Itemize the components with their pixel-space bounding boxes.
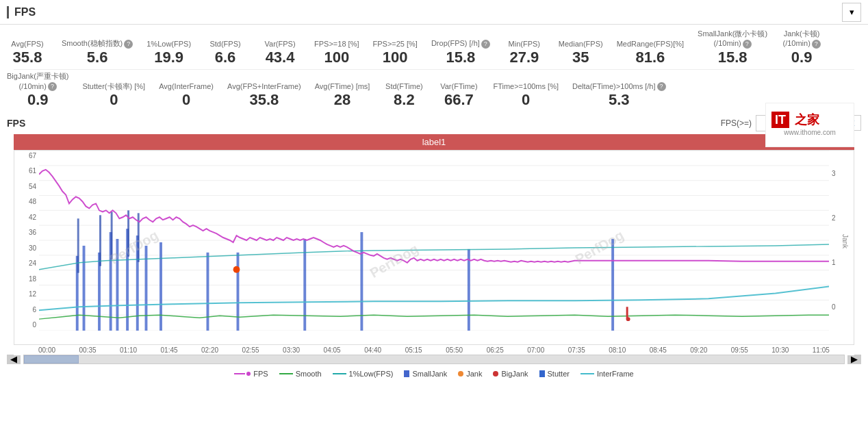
stat-label: FPS>=25 [%] [372,39,417,49]
stats-container: Avg(FPS)35.8Smooth(稳帧指数)?5.61%Low(FPS)19… [0,25,868,110]
stats-row-1: Avg(FPS)35.8Smooth(稳帧指数)?5.61%Low(FPS)19… [7,29,861,66]
chart-svg-container: PerfDog PerfDog PerfDog [39,151,829,331]
stat-item-row1-9: Median(FPS)35 [559,39,603,67]
y-left-label-8: 18 [29,275,36,283]
legend-item-1: Smooth [279,370,322,378]
stat-label: Median(FPS) [559,39,603,49]
y-left-label-11: 0 [32,321,36,329]
stat-value: 100 [324,49,349,66]
ithome-url: www.ithome.com [771,129,848,136]
stat-label: FPS>=18 [%] [314,39,359,49]
x-label-0: 00:00 [38,346,55,354]
legend-item-3: SmallJank [404,370,447,378]
x-label-3: 01:45 [161,346,178,354]
stat-item-row2-1: Stutter(卡顿率) [%]0 [82,81,145,110]
chart-label-bar: label1 [14,134,854,150]
x-axis: 00:0000:3501:1001:4502:2002:5503:3004:05… [14,345,854,355]
y-left-label-3: 48 [29,198,36,205]
stat-value: 0 [110,91,118,109]
legend-label: FPS [253,370,268,378]
stat-value: 6.6 [215,49,236,66]
help-icon[interactable]: ? [481,40,490,49]
y-axis-right-title: Jank [841,234,849,248]
svg-rect-23 [237,252,240,330]
chart-wrapper: label1 6761544842363024181260 3210 Jank [14,134,854,353]
fps-section-title: FPS [7,118,25,129]
legend-item-5: BigJank [493,370,528,378]
stat-item-row1-4: Var(FPS)43.4 [259,39,301,67]
y-left-label-5: 36 [29,229,36,236]
svg-rect-21 [159,242,162,331]
legend-label: BigJank [501,370,528,378]
stat-value: 5.3 [609,91,630,109]
stat-label: Avg(FPS+InterFrame) [227,81,301,91]
y-left-label-10: 6 [32,306,36,314]
stat-item-row1-5: FPS>=18 [%]100 [314,39,359,67]
scroll-right-button[interactable]: ▶ [847,355,861,364]
stat-label: Var(FPS) [265,39,296,49]
stat-value: 66.7 [444,91,474,109]
legend-label: Smooth [296,370,322,378]
ithome-logo: IT 之家 www.ithome.com [765,103,854,147]
stat-value: 43.4 [266,49,295,66]
legend-label: SmallJank [412,370,447,378]
legend-item-7: InterFrame [580,370,634,378]
stat-item-row1-2: 1%Low(FPS)19.9 [146,39,191,67]
legend-item-4: Jank [458,370,482,378]
x-label-6: 03:30 [283,346,300,354]
x-label-19: 11:05 [813,346,830,354]
stat-item-row2-8: Delta(FTime)>100ms [/h]?5.3 [572,81,666,110]
stat-label: MedRange(FPS)[%] [617,39,684,49]
svg-point-33 [233,266,240,272]
stat-value: 81.6 [635,49,665,66]
ithome-logo-text: IT 之家 [771,107,848,129]
y-left-label-0: 67 [29,152,36,159]
scroll-left-button[interactable]: ◀ [7,355,21,364]
x-label-1: 00:35 [79,346,97,354]
stat-value: 0.9 [791,49,813,66]
x-label-7: 04:05 [324,346,341,354]
x-label-12: 07:00 [527,346,544,354]
x-label-17: 09:55 [731,346,748,354]
svg-rect-20 [145,246,148,331]
stat-label: Std(FTime) [385,81,423,91]
x-label-13: 07:35 [568,346,585,354]
y-left-label-6: 30 [29,244,36,252]
scrollbar-area: ◀ ▶ [0,353,868,366]
stat-label: Avg(InterFrame) [159,81,214,91]
stat-item-row2-0: BigJank(严重卡顿)(/10min)?0.9 [7,71,68,109]
help-icon[interactable]: ? [743,40,752,49]
stat-item-row2-2: Avg(InterFrame)0 [159,81,214,110]
stat-value: 35.8 [13,49,42,66]
stat-value: 0 [182,91,190,109]
y-right-label-3: 0 [832,303,836,311]
svg-rect-30 [111,212,113,259]
stat-label: FTime>=100ms [%] [493,81,559,91]
stat-label: Avg(FTime) [ms] [315,81,370,91]
x-label-16: 09:20 [690,346,707,354]
svg-rect-14 [83,246,86,331]
fps-controls-label: FPS(>=) [721,118,752,128]
page-title: FPS [7,6,36,18]
x-label-8: 04:40 [364,346,381,354]
stat-label: Avg(FPS) [11,39,43,49]
help-icon[interactable]: ? [657,82,666,91]
help-icon[interactable]: ? [812,40,821,49]
x-label-11: 06:25 [487,346,504,354]
scrollbar-thumb[interactable] [24,355,79,363]
legend: FPSSmooth1%Low(FPS)SmallJankJankBigJankS… [0,366,868,381]
legend-item-2: 1%Low(FPS) [333,370,394,378]
stat-item-row1-12: Jank(卡顿)(/10min)?0.9 [781,29,822,66]
stat-label: SmallJank(微小卡顿)(/10min)? [698,29,767,49]
stat-label: BigJank(严重卡顿)(/10min)? [7,71,68,91]
stat-value: 35.8 [249,91,279,109]
legend-item-0: FPS [234,370,268,378]
help-icon[interactable]: ? [124,40,133,49]
scrollbar-track[interactable] [23,355,845,364]
stat-label: Var(FTime) [440,81,477,91]
legend-label: InterFrame [597,370,634,378]
help-icon[interactable]: ? [48,82,57,91]
stat-item-row2-7: FTime>=100ms [%]0 [493,81,559,110]
dropdown-button[interactable]: ▾ [842,3,861,22]
stat-item-row1-6: FPS>=25 [%]100 [372,39,417,67]
